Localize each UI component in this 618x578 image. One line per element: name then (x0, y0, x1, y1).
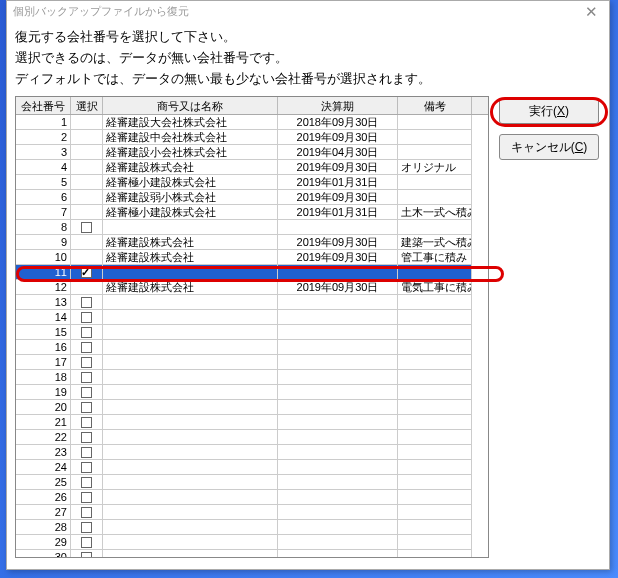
table-row[interactable]: 5経審極小建設株式会社2019年01月31日 (16, 175, 488, 190)
table-row[interactable]: 21 (16, 415, 488, 430)
table-row[interactable]: 11 (16, 265, 488, 280)
cell-name (103, 535, 278, 550)
table-row[interactable]: 26 (16, 490, 488, 505)
table-row[interactable]: 23 (16, 445, 488, 460)
cell-select[interactable] (71, 250, 103, 265)
row-checkbox[interactable] (81, 327, 92, 338)
cell-select[interactable] (71, 460, 103, 475)
cell-select[interactable] (71, 220, 103, 235)
row-checkbox[interactable] (81, 312, 92, 323)
row-checkbox[interactable] (81, 507, 92, 518)
table-row[interactable]: 18 (16, 370, 488, 385)
row-checkbox[interactable] (81, 432, 92, 443)
row-checkbox[interactable] (81, 552, 92, 558)
cell-select[interactable] (71, 130, 103, 145)
table-row[interactable]: 13 (16, 295, 488, 310)
row-checkbox[interactable] (81, 417, 92, 428)
row-checkbox[interactable] (81, 222, 92, 233)
table-row[interactable]: 28 (16, 520, 488, 535)
table-row[interactable]: 7経審極小建設株式会社2019年01月31日土木一式へ積み (16, 205, 488, 220)
cell-id: 30 (16, 550, 71, 557)
col-header-period[interactable]: 決算期 (278, 97, 398, 114)
table-row[interactable]: 25 (16, 475, 488, 490)
cell-select[interactable] (71, 340, 103, 355)
row-checkbox[interactable] (81, 492, 92, 503)
cell-select[interactable] (71, 415, 103, 430)
cell-select[interactable] (71, 295, 103, 310)
row-checkbox[interactable] (81, 447, 92, 458)
table-row[interactable]: 4経審建設株式会社2019年09月30日オリジナル (16, 160, 488, 175)
row-checkbox[interactable] (81, 537, 92, 548)
row-checkbox[interactable] (81, 387, 92, 398)
table-row[interactable]: 6経審建設弱小株式会社2019年09月30日 (16, 190, 488, 205)
cell-id: 21 (16, 415, 71, 430)
table-row[interactable]: 19 (16, 385, 488, 400)
cell-period: 2019年01月31日 (278, 175, 398, 190)
table-row[interactable]: 24 (16, 460, 488, 475)
cell-select[interactable] (71, 325, 103, 340)
cell-remarks (398, 175, 472, 190)
cell-select[interactable] (71, 355, 103, 370)
table-row[interactable]: 20 (16, 400, 488, 415)
cell-select[interactable] (71, 145, 103, 160)
cell-select[interactable] (71, 310, 103, 325)
table-row[interactable]: 27 (16, 505, 488, 520)
company-grid[interactable]: 会社番号 選択 商号又は名称 決算期 備考 1経審建設大会社株式会社2018年0… (15, 96, 489, 558)
row-checkbox[interactable] (81, 297, 92, 308)
cell-select[interactable] (71, 475, 103, 490)
col-header-remarks[interactable]: 備考 (398, 97, 472, 114)
cell-select[interactable] (71, 445, 103, 460)
cell-select[interactable] (71, 550, 103, 557)
col-header-name[interactable]: 商号又は名称 (103, 97, 278, 114)
table-row[interactable]: 3経審建設小会社株式会社2019年04月30日 (16, 145, 488, 160)
execute-button[interactable]: 実行(X) (499, 98, 599, 124)
cell-name (103, 325, 278, 340)
cell-select[interactable] (71, 430, 103, 445)
row-checkbox[interactable] (81, 522, 92, 533)
cell-select[interactable] (71, 370, 103, 385)
cell-select[interactable] (71, 265, 103, 280)
row-checkbox[interactable] (81, 477, 92, 488)
cell-select[interactable] (71, 535, 103, 550)
table-row[interactable]: 10経審建設株式会社2019年09月30日管工事に積み (16, 250, 488, 265)
cell-period (278, 490, 398, 505)
table-row[interactable]: 8 (16, 220, 488, 235)
cell-select[interactable] (71, 205, 103, 220)
table-row[interactable]: 2経審建設中会社株式会社2019年09月30日 (16, 130, 488, 145)
cell-name: 経審建設中会社株式会社 (103, 130, 278, 145)
col-header-select[interactable]: 選択 (71, 97, 103, 114)
row-checkbox[interactable] (81, 402, 92, 413)
cell-select[interactable] (71, 490, 103, 505)
col-header-id[interactable]: 会社番号 (16, 97, 71, 114)
table-row[interactable]: 16 (16, 340, 488, 355)
cell-select[interactable] (71, 400, 103, 415)
table-row[interactable]: 9経審建設株式会社2019年09月30日建築一式へ積み (16, 235, 488, 250)
close-button[interactable]: ✕ (575, 2, 607, 20)
cancel-button[interactable]: キャンセル(C) (499, 134, 599, 160)
row-checkbox[interactable] (81, 342, 92, 353)
row-checkbox[interactable] (81, 357, 92, 368)
cell-id: 8 (16, 220, 71, 235)
cell-select[interactable] (71, 385, 103, 400)
table-row[interactable]: 30 (16, 550, 488, 557)
grid-body[interactable]: 1経審建設大会社株式会社2018年09月30日2経審建設中会社株式会社2019年… (16, 115, 488, 557)
cell-select[interactable] (71, 505, 103, 520)
cell-select[interactable] (71, 115, 103, 130)
cell-select[interactable] (71, 520, 103, 535)
row-checkbox[interactable] (81, 462, 92, 473)
cell-select[interactable] (71, 160, 103, 175)
cell-select[interactable] (71, 190, 103, 205)
table-row[interactable]: 15 (16, 325, 488, 340)
table-row[interactable]: 22 (16, 430, 488, 445)
table-row[interactable]: 17 (16, 355, 488, 370)
cell-select[interactable] (71, 235, 103, 250)
cell-select[interactable] (71, 280, 103, 295)
table-row[interactable]: 12経審建設株式会社2019年09月30日電気工事に積み (16, 280, 488, 295)
cell-select[interactable] (71, 175, 103, 190)
table-row[interactable]: 1経審建設大会社株式会社2018年09月30日 (16, 115, 488, 130)
row-checkbox[interactable] (81, 372, 92, 383)
table-row[interactable]: 14 (16, 310, 488, 325)
cell-remarks: 建築一式へ積み (398, 235, 472, 250)
table-row[interactable]: 29 (16, 535, 488, 550)
row-checkbox[interactable] (81, 267, 92, 278)
